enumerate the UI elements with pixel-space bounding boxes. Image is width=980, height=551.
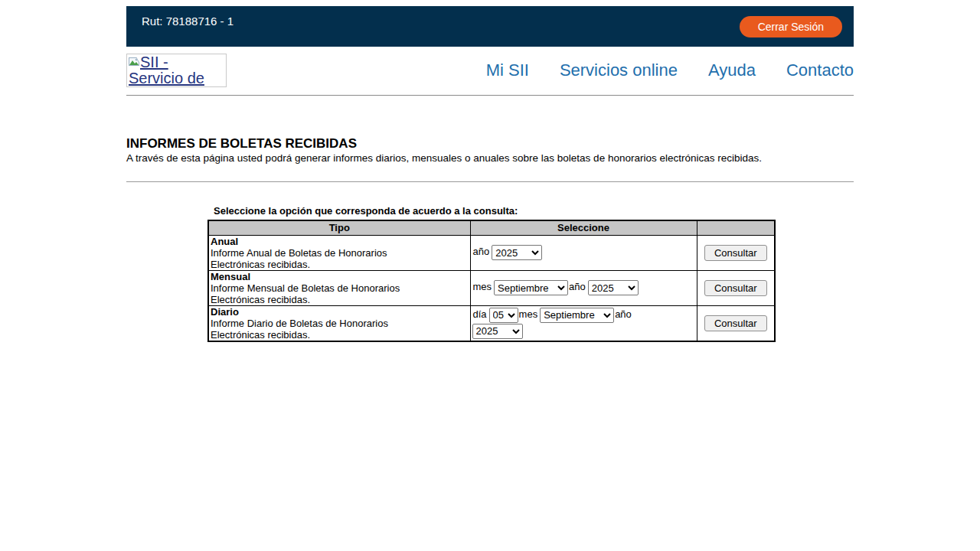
logo-alt-line-1: SII - bbox=[129, 54, 226, 70]
diario-controls-line-1: día05mesSeptiembreaño bbox=[472, 308, 695, 323]
logout-button[interactable]: Cerrar Sesión bbox=[740, 16, 842, 37]
header-seleccione: Seleccione bbox=[470, 220, 697, 235]
diario-day-select[interactable]: 05 bbox=[489, 308, 518, 323]
table-header-row: Tipo Seleccione bbox=[208, 220, 775, 235]
header-divider bbox=[126, 95, 854, 96]
mensual-tipo-cell: Mensual Informe Mensual de Boletas de Ho… bbox=[208, 270, 470, 305]
mensual-seleccione-cell: mesSeptiembreaño2025 bbox=[470, 270, 697, 305]
anual-seleccione-cell: año2025 bbox=[470, 235, 697, 270]
row-type-label: Diario bbox=[211, 306, 469, 318]
table-row-anual: Anual Informe Anual de Boletas de Honora… bbox=[208, 235, 775, 270]
diario-year-label: año bbox=[615, 308, 632, 320]
diario-month-label: mes bbox=[519, 308, 538, 320]
mensual-month-label: mes bbox=[473, 281, 492, 292]
diario-tipo-cell: Diario Informe Diario de Boletas de Hono… bbox=[208, 305, 470, 341]
table-row-mensual: Mensual Informe Mensual de Boletas de Ho… bbox=[208, 270, 775, 305]
page-title: INFORMES DE BOLETAS RECIBIDAS bbox=[126, 136, 854, 152]
anual-year-label: año bbox=[473, 246, 490, 257]
anual-year-select[interactable]: 2025 bbox=[492, 245, 542, 260]
diario-day-label: día bbox=[473, 308, 487, 320]
page-container: Rut: 78188716 - 1 Cerrar Sesión SII - Se… bbox=[126, 6, 854, 342]
diario-month-select[interactable]: Septiembre bbox=[540, 308, 614, 323]
mensual-consultar-button[interactable]: Consultar bbox=[704, 280, 767, 296]
row-description: Informe Diario de Boletas de Honorarios … bbox=[211, 318, 469, 341]
rut-label: Rut: 78188716 - 1 bbox=[142, 15, 234, 28]
mensual-month-select[interactable]: Septiembre bbox=[494, 280, 568, 295]
content-divider bbox=[126, 181, 854, 182]
diario-controls-line-2: 2025 bbox=[472, 324, 695, 339]
row-type-label: Anual bbox=[211, 236, 469, 247]
logo-alt-line-2: Servicio de bbox=[129, 70, 226, 86]
page-subtitle: A través de esta página usted podrá gene… bbox=[126, 153, 854, 164]
diario-year-select[interactable]: 2025 bbox=[472, 324, 523, 339]
anual-consultar-button[interactable]: Consultar bbox=[704, 245, 767, 261]
reports-table: Tipo Seleccione Anual Informe Anual de B… bbox=[207, 220, 776, 342]
nav-item-servicios-online[interactable]: Servicios online bbox=[560, 60, 678, 80]
header-action bbox=[697, 220, 775, 235]
anual-action-cell: Consultar bbox=[697, 235, 775, 270]
table-caption: Seleccione la opción que corresponda de … bbox=[214, 206, 854, 216]
mensual-action-cell: Consultar bbox=[697, 270, 775, 305]
diario-action-cell: Consultar bbox=[697, 305, 775, 341]
main-nav: Mi SII Servicios online Ayuda Contacto bbox=[456, 60, 854, 80]
nav-item-contacto[interactable]: Contacto bbox=[786, 60, 854, 80]
diario-consultar-button[interactable]: Consultar bbox=[704, 315, 767, 331]
row-description: Informe Anual de Boletas de Honorarios E… bbox=[211, 247, 469, 270]
table-row-diario: Diario Informe Diario de Boletas de Hono… bbox=[208, 305, 775, 341]
row-type-label: Mensual bbox=[211, 271, 469, 282]
mensual-year-select[interactable]: 2025 bbox=[588, 280, 639, 295]
broken-image-icon bbox=[129, 57, 139, 67]
mensual-year-label: año bbox=[569, 281, 586, 292]
row-description: Informe Mensual de Boletas de Honorarios… bbox=[211, 282, 469, 305]
header-tipo: Tipo bbox=[208, 220, 470, 235]
nav-item-ayuda[interactable]: Ayuda bbox=[708, 60, 756, 80]
sii-logo-broken-image[interactable]: SII - Servicio de bbox=[126, 54, 227, 87]
diario-seleccione-cell: día05mesSeptiembreaño 2025 bbox=[470, 305, 697, 341]
topbar: Rut: 78188716 - 1 Cerrar Sesión bbox=[126, 6, 854, 47]
anual-tipo-cell: Anual Informe Anual de Boletas de Honora… bbox=[208, 235, 470, 270]
site-header: SII - Servicio de Mi SII Servicios onlin… bbox=[126, 54, 854, 87]
nav-item-mi-sii[interactable]: Mi SII bbox=[486, 60, 529, 80]
